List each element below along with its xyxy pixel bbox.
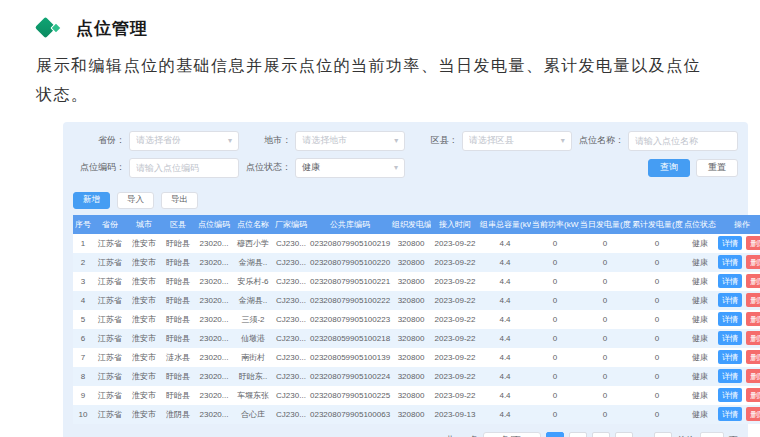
cell-point-name: 金湖县..	[233, 291, 273, 310]
search-button[interactable]: 查询	[648, 159, 690, 177]
cell-province: 江苏省	[93, 367, 127, 386]
cell-daily-energy: 0	[579, 291, 631, 310]
city-select[interactable]: 请选择地市 ▾	[295, 131, 405, 151]
page-button-2[interactable]: 2	[569, 432, 587, 437]
page-button-last[interactable]: 14	[654, 432, 672, 437]
detail-button[interactable]: 详情	[718, 350, 742, 364]
cell-total-energy: 0	[631, 367, 683, 386]
cell-join-time: 2023-09-13	[431, 405, 479, 424]
toolbar: 新增 导入 导出	[73, 192, 738, 209]
cell-capacity: 4.4	[479, 310, 531, 329]
cell-total-energy: 0	[631, 329, 683, 348]
cell-point-name: 盱眙东..	[233, 367, 273, 386]
delete-button[interactable]: 删除	[746, 388, 760, 402]
cell-province: 江苏省	[93, 291, 127, 310]
delete-button[interactable]: 删除	[746, 350, 760, 364]
cell-vendor-code: CJ230...	[273, 253, 309, 272]
cell-province: 江苏省	[93, 329, 127, 348]
cell-index: 7	[73, 348, 93, 367]
district-placeholder: 请选择区县	[469, 134, 561, 147]
detail-button[interactable]: 详情	[718, 312, 742, 326]
delete-button[interactable]: 删除	[746, 407, 760, 421]
delete-button[interactable]: 删除	[746, 236, 760, 250]
point-code-label: 点位编码：	[73, 161, 125, 174]
diamond-icon	[36, 16, 66, 40]
page-button-1[interactable]: 1	[546, 432, 564, 437]
status-badge: 健康	[683, 329, 717, 348]
delete-button[interactable]: 删除	[746, 312, 760, 326]
delete-button[interactable]: 删除	[746, 331, 760, 345]
cell-power: 0	[531, 291, 579, 310]
table-row: 1 江苏省 淮安市 盱眙县 23020... 穆西小学 CJ230... 023…	[73, 234, 760, 253]
cell-capacity: 4.4	[479, 329, 531, 348]
cell-grid-code: 320800	[391, 291, 431, 310]
cell-power: 0	[531, 405, 579, 424]
cell-join-time: 2023-09-22	[431, 310, 479, 329]
cell-capacity: 4.4	[479, 348, 531, 367]
detail-button[interactable]: 详情	[718, 274, 742, 288]
cell-point-name: 金湖县..	[233, 253, 273, 272]
cell-daily-energy: 0	[579, 310, 631, 329]
page-size-select[interactable]: 10条/页 ▾	[483, 432, 541, 437]
cell-join-time: 2023-09-22	[431, 272, 479, 291]
export-button[interactable]: 导出	[161, 192, 198, 209]
cell-actions: 详情 删除	[717, 329, 760, 348]
cell-district: 盱眙县	[161, 272, 195, 291]
delete-button[interactable]: 删除	[746, 274, 760, 288]
detail-button[interactable]: 详情	[718, 293, 742, 307]
cell-point-code: 23020...	[195, 367, 233, 386]
point-status-select[interactable]: 健康 ▾	[295, 158, 405, 178]
delete-button[interactable]: 删除	[746, 255, 760, 269]
cell-grid-code: 320800	[391, 329, 431, 348]
delete-button[interactable]: 删除	[746, 293, 760, 307]
district-select[interactable]: 请选择区县 ▾	[462, 131, 572, 151]
detail-button[interactable]: 详情	[718, 331, 742, 345]
detail-button[interactable]: 详情	[718, 388, 742, 402]
point-status-filter: 点位状态： 健康 ▾	[239, 158, 405, 178]
cell-power: 0	[531, 348, 579, 367]
cell-city: 淮安市	[127, 253, 161, 272]
page-button-3[interactable]: 3	[592, 432, 610, 437]
status-badge: 健康	[683, 253, 717, 272]
cell-total-energy: 0	[631, 405, 683, 424]
delete-button[interactable]: 删除	[746, 369, 760, 383]
goto-page-input[interactable]	[700, 432, 724, 437]
table-row: 6 江苏省 淮安市 盱眙县 23020... 仙墩港 CJ230... 0232…	[73, 329, 760, 348]
province-placeholder: 请选择省份	[136, 134, 228, 147]
point-name-label: 点位名称：	[572, 134, 624, 147]
detail-button[interactable]: 详情	[718, 255, 742, 269]
add-button[interactable]: 新增	[73, 192, 110, 209]
cell-city: 淮安市	[127, 291, 161, 310]
page-button-4[interactable]: 4	[615, 432, 633, 437]
cell-total-energy: 0	[631, 386, 683, 405]
city-placeholder: 请选择地市	[302, 134, 394, 147]
cell-city: 淮安市	[127, 367, 161, 386]
import-button[interactable]: 导入	[117, 192, 154, 209]
point-name-input[interactable]	[628, 131, 738, 151]
cell-daily-energy: 0	[579, 253, 631, 272]
cell-total-energy: 0	[631, 234, 683, 253]
cell-power: 0	[531, 253, 579, 272]
cell-point-name: 三须-2	[233, 310, 273, 329]
province-select[interactable]: 请选择省份 ▾	[129, 131, 239, 151]
cell-province: 江苏省	[93, 253, 127, 272]
detail-button[interactable]: 详情	[718, 407, 742, 421]
cell-vendor-code: CJ230...	[273, 348, 309, 367]
cell-point-code: 23020...	[195, 310, 233, 329]
cell-actions: 详情 删除	[717, 310, 760, 329]
cell-index: 5	[73, 310, 93, 329]
cell-actions: 详情 删除	[717, 253, 760, 272]
cell-daily-energy: 0	[579, 272, 631, 291]
cell-index: 10	[73, 405, 93, 424]
detail-button[interactable]: 详情	[718, 236, 742, 250]
cell-daily-energy: 0	[579, 348, 631, 367]
cell-index: 3	[73, 272, 93, 291]
cell-city: 淮安市	[127, 405, 161, 424]
cell-total-energy: 0	[631, 310, 683, 329]
cell-public-code: 023208079905100063	[309, 405, 391, 424]
cell-total-energy: 0	[631, 253, 683, 272]
detail-button[interactable]: 详情	[718, 369, 742, 383]
point-code-input[interactable]	[129, 158, 239, 178]
cell-total-energy: 0	[631, 348, 683, 367]
reset-button[interactable]: 重置	[696, 159, 738, 177]
